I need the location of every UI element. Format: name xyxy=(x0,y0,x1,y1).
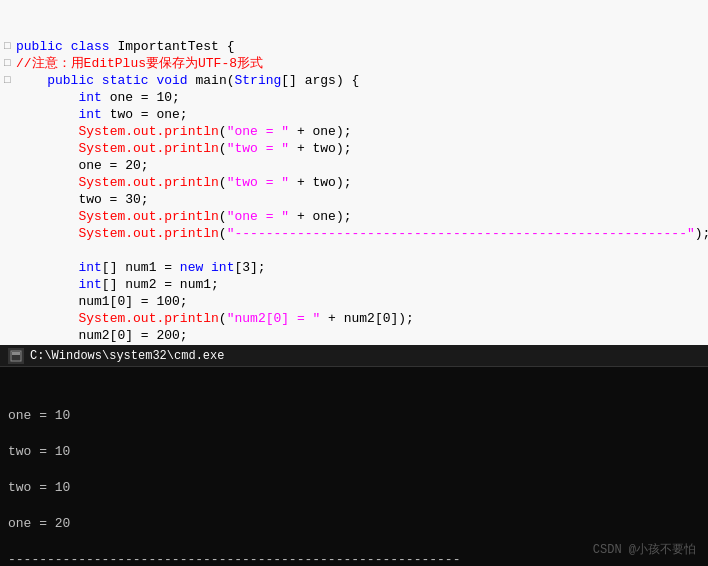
code-token: ); xyxy=(695,226,708,241)
code-token xyxy=(16,107,78,122)
editor-line: two = 30; xyxy=(0,191,708,208)
code-token: static xyxy=(102,73,149,88)
code-token: + num2[0]); xyxy=(320,311,414,326)
code-token: "---------------------------------------… xyxy=(227,226,695,241)
line-code: int two = one; xyxy=(16,106,708,123)
editor-line xyxy=(0,242,708,259)
code-token: [] args) { xyxy=(281,73,359,88)
code-token xyxy=(16,277,78,292)
code-token: two = 30; xyxy=(16,192,149,207)
line-code: public static void main(String[] args) { xyxy=(16,72,708,89)
line-code: //注意：用EditPlus要保存为UTF-8形式 xyxy=(16,55,708,72)
terminal-line: two = 10 xyxy=(8,443,700,461)
code-token: System.out.println xyxy=(78,141,218,156)
editor-line: num2[0] = 200; xyxy=(0,327,708,344)
editor-line: □//注意：用EditPlus要保存为UTF-8形式 xyxy=(0,55,708,72)
editor-content: □public class ImportantTest {□//注意：用Edit… xyxy=(0,0,708,345)
code-token: System.out.println xyxy=(78,311,218,326)
line-code: System.out.println("--------------------… xyxy=(16,225,708,242)
code-token: ImportantTest { xyxy=(110,39,235,54)
editor-line: one = 20; xyxy=(0,157,708,174)
code-token: public xyxy=(47,73,94,88)
terminal-content: one = 10two = 10two = 10one = 20--------… xyxy=(0,367,708,566)
editor-line: int one = 10; xyxy=(0,89,708,106)
line-code: System.out.println("num2[0] = " + num2[0… xyxy=(16,310,708,327)
code-token: + two); xyxy=(289,175,351,190)
code-token: [] num1 = xyxy=(102,260,180,275)
editor-line: System.out.println("two = " + two); xyxy=(0,140,708,157)
fold-indicator: □ xyxy=(4,72,16,89)
code-token: one = 20; xyxy=(16,158,149,173)
code-token: int xyxy=(78,260,101,275)
code-token: + two); xyxy=(289,141,351,156)
editor-line: □public class ImportantTest { xyxy=(0,38,708,55)
code-token xyxy=(203,260,211,275)
code-token xyxy=(16,90,78,105)
code-token xyxy=(16,141,78,156)
code-token: two = one; xyxy=(102,107,188,122)
code-token: ( xyxy=(219,141,227,156)
code-token: "one = " xyxy=(227,209,289,224)
code-token: public xyxy=(16,39,63,54)
code-token: System.out.println xyxy=(78,124,218,139)
editor-panel: □public class ImportantTest {□//注意：用Edit… xyxy=(0,0,708,345)
code-token: "one = " xyxy=(227,124,289,139)
editor-line: System.out.println("--------------------… xyxy=(0,225,708,242)
code-token: String xyxy=(235,73,282,88)
code-token: + one); xyxy=(289,124,351,139)
line-code: num1[0] = 100; xyxy=(16,293,708,310)
line-code: System.out.println("one = " + one); xyxy=(16,208,708,225)
code-token: "two = " xyxy=(227,141,289,156)
editor-line: System.out.println("num2[0] = " + num2[0… xyxy=(0,310,708,327)
code-token: "two = " xyxy=(227,175,289,190)
code-token: System.out.println xyxy=(78,209,218,224)
code-token: int xyxy=(78,90,101,105)
terminal-panel: C:\Windows\system32\cmd.exe one = 10two … xyxy=(0,345,708,566)
code-token xyxy=(16,260,78,275)
line-code: System.out.println("two = " + two); xyxy=(16,174,708,191)
terminal-line: one = 10 xyxy=(8,407,700,425)
line-code: System.out.println("two = " + two); xyxy=(16,140,708,157)
code-token xyxy=(16,175,78,190)
code-token: "num2[0] = " xyxy=(227,311,321,326)
editor-line: num1[0] = 100; xyxy=(0,293,708,310)
code-token: new xyxy=(180,260,203,275)
fold-indicator: □ xyxy=(4,55,16,72)
code-token xyxy=(16,73,47,88)
code-token: num1[0] = 100; xyxy=(16,294,188,309)
line-code: public class ImportantTest { xyxy=(16,38,708,55)
editor-line: int[] num2 = num1; xyxy=(0,276,708,293)
line-code: int one = 10; xyxy=(16,89,708,106)
editor-line: □ public static void main(String[] args)… xyxy=(0,72,708,89)
code-token xyxy=(16,226,78,241)
code-token: ( xyxy=(219,209,227,224)
svg-rect-1 xyxy=(12,352,20,355)
editor-line: System.out.println("two = " + two); xyxy=(0,174,708,191)
code-token: [] num2 = num1; xyxy=(102,277,219,292)
code-token xyxy=(63,39,71,54)
code-token: num2[0] = 200; xyxy=(16,328,188,343)
code-token: main( xyxy=(188,73,235,88)
code-token: one = 10; xyxy=(102,90,180,105)
code-token: ( xyxy=(219,226,227,241)
terminal-title: C:\Windows\system32\cmd.exe xyxy=(30,349,224,363)
editor-line: int two = one; xyxy=(0,106,708,123)
code-token: int xyxy=(78,107,101,122)
code-token: //注意：用EditPlus要保存为UTF-8形式 xyxy=(16,56,263,71)
code-token: System.out.println xyxy=(78,226,218,241)
code-token xyxy=(16,124,78,139)
terminal-titlebar: C:\Windows\system32\cmd.exe xyxy=(0,345,708,367)
line-code: int[] num1 = new int[3]; xyxy=(16,259,708,276)
editor-line: System.out.println("one = " + one); xyxy=(0,208,708,225)
code-token: void xyxy=(156,73,187,88)
line-code: two = 30; xyxy=(16,191,708,208)
code-token xyxy=(16,311,78,326)
fold-indicator: □ xyxy=(4,38,16,55)
terminal-watermark: CSDN @小孩不要怕 xyxy=(593,541,696,558)
code-token xyxy=(94,73,102,88)
line-code: num2[0] = 200; xyxy=(16,327,708,344)
code-token: class xyxy=(71,39,110,54)
code-token: ( xyxy=(219,311,227,326)
code-token: ( xyxy=(219,175,227,190)
line-code: System.out.println("one = " + one); xyxy=(16,123,708,140)
